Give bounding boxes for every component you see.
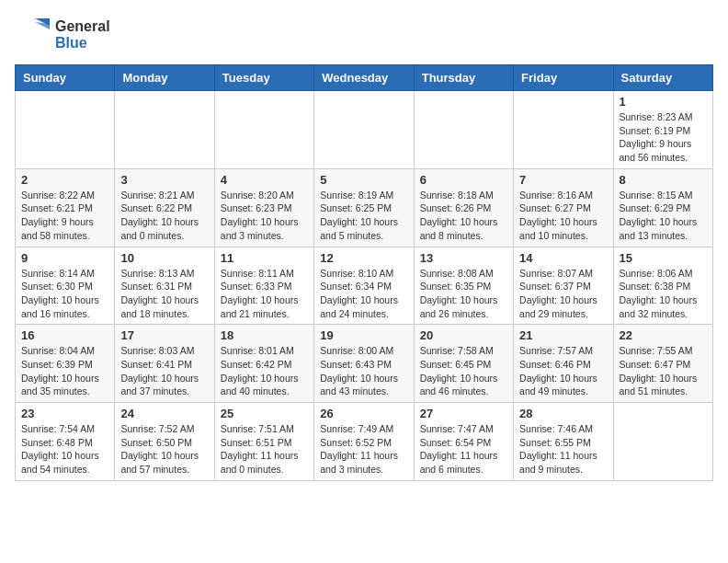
calendar-day-cell: 24Sunrise: 7:52 AM Sunset: 6:50 PM Dayli… xyxy=(115,403,214,481)
day-number: 17 xyxy=(120,328,208,342)
logo: General Blue xyxy=(15,15,110,55)
day-info: Sunrise: 8:19 AM Sunset: 6:25 PM Dayligh… xyxy=(320,189,407,243)
day-number: 21 xyxy=(519,328,607,342)
day-info: Sunrise: 8:11 AM Sunset: 6:33 PM Dayligh… xyxy=(221,267,308,321)
weekday-header: Saturday xyxy=(613,65,712,91)
logo-svg xyxy=(15,15,51,52)
day-number: 18 xyxy=(221,328,308,342)
calendar-day-cell: 15Sunrise: 8:06 AM Sunset: 6:38 PM Dayli… xyxy=(613,247,712,325)
calendar-day-cell: 22Sunrise: 7:55 AM Sunset: 6:47 PM Dayli… xyxy=(613,325,712,403)
calendar-day-cell: 28Sunrise: 7:46 AM Sunset: 6:55 PM Dayli… xyxy=(514,403,613,481)
weekday-header: Wednesday xyxy=(314,65,414,91)
day-number: 15 xyxy=(620,251,707,265)
day-info: Sunrise: 7:51 AM Sunset: 6:51 PM Dayligh… xyxy=(221,422,308,477)
calendar-day-cell xyxy=(514,91,613,169)
day-info: Sunrise: 8:23 AM Sunset: 6:19 PM Dayligh… xyxy=(620,110,707,165)
weekday-header: Monday xyxy=(115,65,214,91)
calendar-day-cell: 20Sunrise: 7:58 AM Sunset: 6:45 PM Dayli… xyxy=(414,325,513,403)
calendar-day-cell: 13Sunrise: 8:08 AM Sunset: 6:35 PM Dayli… xyxy=(414,247,513,325)
calendar-day-cell: 19Sunrise: 8:00 AM Sunset: 6:43 PM Dayli… xyxy=(314,325,414,403)
day-number: 6 xyxy=(420,173,507,187)
calendar-day-cell: 6Sunrise: 8:18 AM Sunset: 6:26 PM Daylig… xyxy=(414,168,513,247)
day-info: Sunrise: 8:20 AM Sunset: 6:23 PM Dayligh… xyxy=(221,189,308,243)
day-info: Sunrise: 7:47 AM Sunset: 6:54 PM Dayligh… xyxy=(420,422,507,477)
day-info: Sunrise: 8:04 AM Sunset: 6:39 PM Dayligh… xyxy=(21,344,108,398)
day-number: 16 xyxy=(21,328,108,342)
calendar-week-row: 16Sunrise: 8:04 AM Sunset: 6:39 PM Dayli… xyxy=(16,325,713,403)
day-info: Sunrise: 8:10 AM Sunset: 6:34 PM Dayligh… xyxy=(320,267,407,321)
day-number: 26 xyxy=(320,407,407,420)
calendar-day-cell xyxy=(314,91,414,169)
calendar-day-cell xyxy=(214,91,313,169)
calendar-day-cell: 1Sunrise: 8:23 AM Sunset: 6:19 PM Daylig… xyxy=(613,91,712,169)
calendar-day-cell xyxy=(414,91,513,169)
day-number: 23 xyxy=(21,407,108,420)
calendar-header-row: SundayMondayTuesdayWednesdayThursdayFrid… xyxy=(16,65,713,91)
calendar-day-cell: 18Sunrise: 8:01 AM Sunset: 6:42 PM Dayli… xyxy=(214,325,313,403)
calendar-day-cell: 2Sunrise: 8:22 AM Sunset: 6:21 PM Daylig… xyxy=(16,168,115,247)
calendar-day-cell: 10Sunrise: 8:13 AM Sunset: 6:31 PM Dayli… xyxy=(115,247,214,325)
day-info: Sunrise: 8:06 AM Sunset: 6:38 PM Dayligh… xyxy=(620,267,707,321)
weekday-header: Thursday xyxy=(414,65,513,91)
logo-container: General Blue xyxy=(15,15,110,55)
day-number: 27 xyxy=(420,407,507,420)
day-info: Sunrise: 7:55 AM Sunset: 6:47 PM Dayligh… xyxy=(620,344,707,398)
calendar-day-cell: 5Sunrise: 8:19 AM Sunset: 6:25 PM Daylig… xyxy=(314,168,414,247)
weekday-header: Tuesday xyxy=(214,65,313,91)
day-number: 25 xyxy=(221,407,308,420)
day-number: 13 xyxy=(420,251,507,265)
day-info: Sunrise: 7:57 AM Sunset: 6:46 PM Dayligh… xyxy=(519,344,607,398)
day-info: Sunrise: 8:22 AM Sunset: 6:21 PM Dayligh… xyxy=(21,189,108,243)
calendar-day-cell: 14Sunrise: 8:07 AM Sunset: 6:37 PM Dayli… xyxy=(514,247,613,325)
day-number: 2 xyxy=(21,173,108,187)
day-info: Sunrise: 8:03 AM Sunset: 6:41 PM Dayligh… xyxy=(120,344,208,398)
calendar-day-cell: 26Sunrise: 7:49 AM Sunset: 6:52 PM Dayli… xyxy=(314,403,414,481)
day-info: Sunrise: 8:07 AM Sunset: 6:37 PM Dayligh… xyxy=(519,267,607,321)
day-info: Sunrise: 7:46 AM Sunset: 6:55 PM Dayligh… xyxy=(519,422,607,477)
page-header: General Blue xyxy=(15,15,713,55)
day-info: Sunrise: 8:18 AM Sunset: 6:26 PM Dayligh… xyxy=(420,189,507,243)
calendar-day-cell: 25Sunrise: 7:51 AM Sunset: 6:51 PM Dayli… xyxy=(214,403,313,481)
day-number: 1 xyxy=(620,95,707,109)
logo-blue: Blue xyxy=(55,35,110,52)
day-info: Sunrise: 7:58 AM Sunset: 6:45 PM Dayligh… xyxy=(420,344,507,398)
day-number: 22 xyxy=(620,328,707,342)
calendar-day-cell: 9Sunrise: 8:14 AM Sunset: 6:30 PM Daylig… xyxy=(16,247,115,325)
calendar-day-cell xyxy=(16,91,115,169)
day-info: Sunrise: 7:54 AM Sunset: 6:48 PM Dayligh… xyxy=(21,422,108,477)
calendar-day-cell: 27Sunrise: 7:47 AM Sunset: 6:54 PM Dayli… xyxy=(414,403,513,481)
day-number: 28 xyxy=(519,407,607,420)
day-info: Sunrise: 7:52 AM Sunset: 6:50 PM Dayligh… xyxy=(120,422,208,477)
day-number: 7 xyxy=(519,173,607,187)
calendar-day-cell xyxy=(115,91,214,169)
day-number: 4 xyxy=(221,173,308,187)
calendar-day-cell xyxy=(613,403,712,481)
day-number: 24 xyxy=(120,407,208,420)
day-number: 5 xyxy=(320,173,407,187)
day-number: 10 xyxy=(120,251,208,265)
day-info: Sunrise: 8:00 AM Sunset: 6:43 PM Dayligh… xyxy=(320,344,407,398)
weekday-header: Sunday xyxy=(16,65,115,91)
day-number: 19 xyxy=(320,328,407,342)
day-number: 14 xyxy=(519,251,607,265)
day-number: 3 xyxy=(120,173,208,187)
day-info: Sunrise: 8:08 AM Sunset: 6:35 PM Dayligh… xyxy=(420,267,507,321)
day-info: Sunrise: 8:14 AM Sunset: 6:30 PM Dayligh… xyxy=(21,267,108,321)
calendar-week-row: 1Sunrise: 8:23 AM Sunset: 6:19 PM Daylig… xyxy=(16,91,713,169)
logo-general: General xyxy=(55,18,110,35)
calendar-day-cell: 7Sunrise: 8:16 AM Sunset: 6:27 PM Daylig… xyxy=(514,168,613,247)
calendar-week-row: 9Sunrise: 8:14 AM Sunset: 6:30 PM Daylig… xyxy=(16,247,713,325)
calendar-day-cell: 21Sunrise: 7:57 AM Sunset: 6:46 PM Dayli… xyxy=(514,325,613,403)
day-info: Sunrise: 8:21 AM Sunset: 6:22 PM Dayligh… xyxy=(120,189,208,243)
calendar-week-row: 23Sunrise: 7:54 AM Sunset: 6:48 PM Dayli… xyxy=(16,403,713,481)
calendar-week-row: 2Sunrise: 8:22 AM Sunset: 6:21 PM Daylig… xyxy=(16,168,713,247)
weekday-header: Friday xyxy=(514,65,613,91)
calendar-day-cell: 3Sunrise: 8:21 AM Sunset: 6:22 PM Daylig… xyxy=(115,168,214,247)
calendar-day-cell: 17Sunrise: 8:03 AM Sunset: 6:41 PM Dayli… xyxy=(115,325,214,403)
day-info: Sunrise: 7:49 AM Sunset: 6:52 PM Dayligh… xyxy=(320,422,407,477)
calendar-day-cell: 23Sunrise: 7:54 AM Sunset: 6:48 PM Dayli… xyxy=(16,403,115,481)
day-number: 12 xyxy=(320,251,407,265)
day-number: 20 xyxy=(420,328,507,342)
day-info: Sunrise: 8:13 AM Sunset: 6:31 PM Dayligh… xyxy=(120,267,208,321)
day-number: 11 xyxy=(221,251,308,265)
